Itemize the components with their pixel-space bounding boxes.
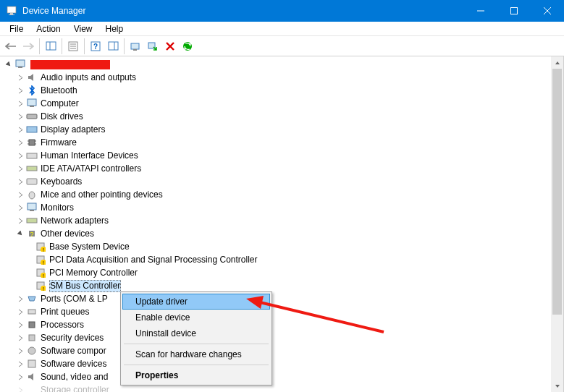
security-icon xyxy=(26,332,38,344)
vertical-scrollbar[interactable] xyxy=(551,56,563,392)
tree-item-label: Disk drives xyxy=(41,111,83,122)
tree-item-label: Other devices xyxy=(41,229,94,239)
maximize-button[interactable] xyxy=(497,0,531,22)
context-menu-scan[interactable]: Scan for hardware changes xyxy=(122,346,270,362)
tree-item-display[interactable]: Display adapters xyxy=(0,123,551,136)
update-driver-button[interactable] xyxy=(127,38,143,54)
forward-button[interactable] xyxy=(20,38,36,54)
show-hide-console-button[interactable] xyxy=(43,38,59,54)
tree-view[interactable]: Audio inputs and outputs Bluetooth Compu… xyxy=(0,56,551,392)
svg-rect-18 xyxy=(133,49,137,51)
tree-item-hid[interactable]: Human Interface Devices xyxy=(0,149,551,162)
svg-text:?: ? xyxy=(93,43,98,51)
close-button[interactable] xyxy=(531,0,564,22)
tree-item-disk[interactable]: Disk drives xyxy=(0,110,551,123)
menu-view[interactable]: View xyxy=(67,22,99,35)
software-component-icon xyxy=(26,345,38,357)
display-adapter-icon xyxy=(26,124,38,135)
scan-hardware-button[interactable] xyxy=(180,38,195,54)
expander-closed-icon[interactable] xyxy=(14,153,26,159)
tree-item-keyboards[interactable]: Keyboards xyxy=(0,175,551,188)
expander-closed-icon[interactable] xyxy=(14,218,26,224)
context-menu-uninstall-device[interactable]: Uninstall device xyxy=(122,325,270,341)
menu-action[interactable]: Action xyxy=(30,22,67,35)
scroll-down-button[interactable] xyxy=(551,380,563,392)
tree-item-processors[interactable]: Processors xyxy=(0,318,551,331)
uninstall-device-button[interactable] xyxy=(162,38,178,54)
context-menu-update-driver[interactable]: Update driver xyxy=(122,294,270,310)
expander-closed-icon[interactable] xyxy=(14,179,26,185)
scroll-thumb[interactable] xyxy=(552,69,562,315)
expander-closed-icon[interactable] xyxy=(14,322,26,328)
keyboard-icon xyxy=(26,176,38,187)
context-menu-enable-device[interactable]: Enable device xyxy=(122,310,270,325)
menu-help[interactable]: Help xyxy=(99,22,130,35)
enable-device-button[interactable] xyxy=(145,38,161,54)
tree-item-software-components[interactable]: Software compor xyxy=(0,344,551,357)
tree-item-sm-bus[interactable]: !SM Bus Controller xyxy=(0,279,551,292)
expander-open-icon[interactable] xyxy=(14,231,26,237)
svg-rect-35 xyxy=(27,166,37,171)
minimize-button[interactable] xyxy=(464,0,497,22)
expander-open-icon[interactable] xyxy=(3,61,14,68)
tree-item-firmware[interactable]: Firmware xyxy=(0,136,551,149)
tree-item-ide[interactable]: IDE ATA/ATAPI controllers xyxy=(0,162,551,175)
tree-item-label: Display adapters xyxy=(41,124,105,135)
tree-item-base-system[interactable]: !Base System Device xyxy=(0,240,551,253)
tree-item-print[interactable]: Print queues xyxy=(0,305,551,318)
tree-item-audio[interactable]: Audio inputs and outputs xyxy=(0,71,551,84)
context-menu-properties[interactable]: Properties xyxy=(122,367,270,383)
expander-closed-icon[interactable] xyxy=(14,166,26,172)
tree-item-pci-memory[interactable]: !PCI Memory Controller xyxy=(0,266,551,279)
tree-item-computer[interactable]: Computer xyxy=(0,97,551,110)
tree-item-monitors[interactable]: Monitors xyxy=(0,201,551,214)
tree-item-label: Bluetooth xyxy=(41,85,77,95)
back-button[interactable] xyxy=(3,38,19,54)
expander-closed-icon[interactable] xyxy=(14,205,26,211)
expander-closed-icon[interactable] xyxy=(14,88,26,94)
tree-item-mice[interactable]: Mice and other pointing devices xyxy=(0,188,551,201)
tree-item-label: SM Bus Controller xyxy=(50,281,120,291)
monitor-icon xyxy=(26,202,38,213)
expander-closed-icon[interactable] xyxy=(14,361,26,367)
mouse-icon xyxy=(26,189,38,200)
expander-closed-icon[interactable] xyxy=(14,387,26,393)
app-icon xyxy=(6,5,17,17)
expander-closed-icon[interactable] xyxy=(14,114,26,120)
tree-item-storage-cut[interactable]: Storage controller xyxy=(0,383,551,392)
tree-item-label: IDE ATA/ATAPI controllers xyxy=(41,163,141,174)
expander-closed-icon[interactable] xyxy=(14,74,26,81)
tree-item-other[interactable]: ?Other devices xyxy=(0,227,551,240)
help-button[interactable]: ? xyxy=(88,38,104,54)
expander-closed-icon[interactable] xyxy=(14,309,26,315)
expander-closed-icon[interactable] xyxy=(14,348,26,354)
tree-item-pci-data[interactable]: !PCI Data Acquisition and Signal Process… xyxy=(0,253,551,266)
tree-root[interactable] xyxy=(0,58,551,71)
tree-item-label: PCI Data Acquisition and Signal Processi… xyxy=(49,255,257,265)
expander-closed-icon[interactable] xyxy=(14,127,26,133)
properties-button[interactable] xyxy=(65,38,81,54)
svg-rect-27 xyxy=(27,114,37,119)
computer-icon xyxy=(14,59,26,70)
toolbar-separator xyxy=(39,38,40,54)
tree-item-security[interactable]: Security devices xyxy=(0,331,551,344)
svg-rect-2 xyxy=(9,14,14,15)
tree-item-sound[interactable]: Sound, video and xyxy=(0,370,551,383)
expander-closed-icon[interactable] xyxy=(14,140,26,146)
svg-text:!: ! xyxy=(43,247,44,252)
expander-closed-icon[interactable] xyxy=(14,335,26,341)
action-pane-button[interactable] xyxy=(105,38,121,54)
tree-item-label: Storage controller xyxy=(41,385,109,392)
menu-file[interactable]: File xyxy=(3,22,30,35)
tree-item-network[interactable]: Network adapters xyxy=(0,214,551,227)
expander-closed-icon[interactable] xyxy=(14,192,26,198)
expander-closed-icon[interactable] xyxy=(14,296,26,302)
scroll-up-button[interactable] xyxy=(551,56,563,69)
tree-item-ports[interactable]: Ports (COM & LP xyxy=(0,292,551,305)
tree-item-bluetooth[interactable]: Bluetooth xyxy=(0,84,551,97)
expander-closed-icon[interactable] xyxy=(14,374,26,380)
tree-item-software-devices[interactable]: Software devices xyxy=(0,357,551,370)
svg-rect-57 xyxy=(29,335,35,341)
tree-item-label: Ports (COM & LP xyxy=(41,294,108,304)
expander-closed-icon[interactable] xyxy=(14,101,26,107)
